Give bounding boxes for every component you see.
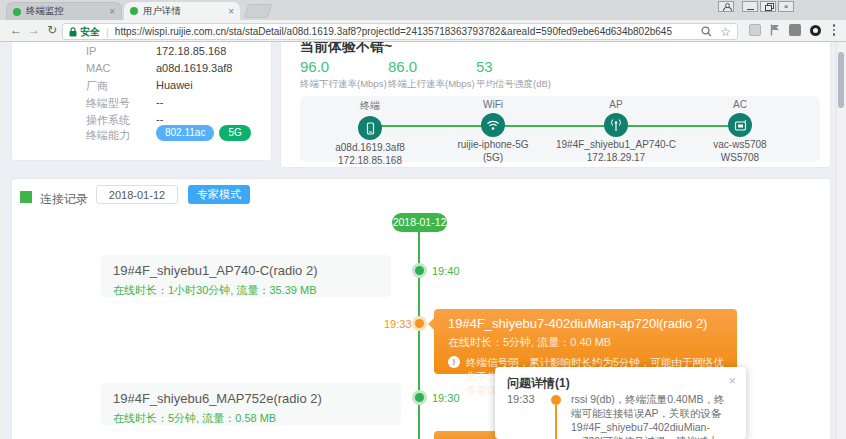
browser-toolbar: ← → ↻ 安全 | https://wispi.ruijie.com.cn/s… (0, 20, 846, 42)
node-type-label: AC (680, 99, 800, 110)
node-type-label: AP (556, 99, 676, 110)
tab-close-icon[interactable]: × (109, 6, 115, 17)
node-sub: WS5708 (680, 152, 800, 163)
metric-label: 终端下行速率(Mbps) (300, 78, 387, 91)
timeline-date-badge: 2018-01-12 (392, 213, 447, 232)
records-title: 连接记录 (40, 191, 88, 208)
expert-mode-button[interactable]: 专家模式 (188, 185, 250, 204)
metric-value: 96.0 (300, 58, 387, 75)
popup-event-time: 19:33 (507, 393, 545, 439)
timeline-problem-card[interactable]: 19#4F_shiyebu7-402diuMian-ap720l(radio 2… (434, 309, 737, 374)
metric-uplink: 86.0 终端上行速率(Mbps) (388, 58, 475, 91)
profile-button[interactable] (718, 1, 734, 12)
tab-title: 用户详情 (143, 5, 224, 18)
tab-close-icon[interactable]: × (228, 6, 234, 17)
event-time: 19:40 (432, 265, 460, 277)
topology-node-ap: AP 19#4F_shiyebu1_AP740-C 172.18.29.17 (556, 96, 676, 163)
device-row: 操作系统-- (86, 113, 130, 128)
topology-node-terminal: 终端 a08d.1619.3af8 172.18.85.168 (310, 96, 430, 166)
extension-ring-icon[interactable] (810, 25, 821, 36)
node-sub: 172.18.29.17 (556, 152, 676, 163)
extension-icon[interactable] (789, 24, 801, 36)
device-label: 终端能力 (86, 129, 130, 141)
minimize-button[interactable] (742, 1, 758, 12)
secure-indicator[interactable]: 安全 (69, 25, 100, 39)
node-name: vac-ws5708 (680, 139, 800, 150)
timeline-event-card[interactable]: 19#4F_shiyebu1_AP740-C(radio 2) 在线时长：1小时… (101, 255, 391, 297)
extension-icon[interactable] (749, 24, 761, 36)
lock-icon (69, 27, 77, 37)
event-time: 19:33 (384, 318, 412, 330)
node-sub: 172.18.85.168 (310, 155, 430, 166)
device-row: 厂商Huawei (86, 79, 108, 94)
metric-value: 53 (476, 58, 551, 75)
problem-details-popup: 问题详情(1) × 19:33 rssi 9(db)，终端流量0.40MB，终端… (495, 367, 746, 439)
url-text: https://wispi.ruijie.com.cn/sta/staDetai… (115, 26, 701, 37)
node-type-label: 终端 (310, 99, 430, 113)
event-ap-name: 19#4F_shiyebu7-402diuMian-ap720l(radio 2… (448, 316, 725, 331)
controller-icon (728, 113, 752, 137)
tab-terminal-monitor[interactable]: 终端监控 × (6, 2, 122, 20)
metric-label: 平均信号强度(dB) (476, 78, 551, 91)
node-sub: (5G) (433, 152, 553, 163)
metric-label: 终端上行速率(Mbps) (388, 78, 475, 91)
device-label: MAC (86, 62, 110, 74)
node-name: ruijie-iphone-5G (433, 139, 553, 150)
timeline-dot (412, 263, 427, 278)
secure-label: 安全 (80, 25, 100, 39)
event-ap-name: 19#4F_shiyebu6_MAP752e(radio 2) (113, 391, 389, 406)
wifi-icon (481, 113, 505, 137)
event-ap-name: 19#4F_shiyebu1_AP740-C(radio 2) (113, 263, 379, 278)
device-value: a08d.1619.3af8 (156, 62, 232, 74)
device-value: -- (156, 96, 163, 108)
tab-user-detail[interactable]: 用户详情 × (124, 2, 240, 20)
topology-strip: 终端 a08d.1619.3af8 172.18.85.168 WiFi rui… (300, 96, 820, 162)
new-tab-button[interactable] (244, 4, 273, 18)
browser-menu-icon[interactable] (830, 24, 839, 36)
device-capability-row: 终端能力 802.11ac5G (86, 128, 130, 143)
metric-rssi: 53 平均信号强度(dB) (476, 58, 551, 91)
close-window-button[interactable]: × (778, 1, 794, 12)
date-input[interactable] (96, 185, 178, 204)
forward-button[interactable]: → (26, 23, 42, 37)
timeline-event-card[interactable]: 19#4F_shiyebu6_MAP752e(radio 2) 在线时长：5分钟… (101, 383, 401, 425)
tab-strip: 终端监控 × 用户详情 × × (0, 0, 846, 20)
reload-button[interactable]: ↻ (44, 23, 60, 37)
tab-title: 终端监控 (26, 5, 105, 18)
device-row: 终端型号-- (86, 96, 130, 111)
zoom-icon[interactable] (701, 26, 712, 37)
close-icon[interactable]: × (728, 373, 736, 388)
device-info-card: IP172.18.85.168 MACa08d.1619.3af8 厂商Huaw… (11, 36, 272, 161)
browser-chrome: 终端监控 × 用户详情 × × ← → ↻ 安全 (0, 0, 846, 42)
device-label: 厂商 (86, 80, 108, 92)
url-separator: | (106, 26, 109, 38)
capability-badge-5g: 5G (219, 125, 250, 141)
node-name: 19#4F_shiyebu1_AP740-C (556, 139, 676, 150)
topology-node-wifi: WiFi ruijie-iphone-5G (5G) (433, 96, 553, 163)
popup-timeline-marker (545, 393, 571, 439)
tab-favicon (130, 7, 138, 15)
metric-downlink: 96.0 终端下行速率(Mbps) (300, 58, 387, 91)
scrollbar-thumb[interactable] (838, 52, 844, 108)
event-time: 19:30 (432, 392, 460, 404)
bookmark-star-icon[interactable]: ☆ (720, 26, 731, 38)
back-button[interactable]: ← (8, 23, 24, 37)
device-value: 172.18.85.168 (156, 45, 226, 57)
restore-button[interactable] (760, 1, 776, 12)
capability-badge-80211ac: 802.11ac (156, 125, 214, 141)
device-value: Huawei (156, 79, 193, 91)
timeline-dot (412, 390, 427, 405)
event-detail: 在线时长：5分钟, 流量：0.40 MB (448, 335, 725, 350)
popup-title: 问题详情(1) (507, 375, 734, 392)
node-type-label: WiFi (433, 99, 553, 110)
flag-extension-icon[interactable] (770, 24, 780, 36)
device-label: 终端型号 (86, 97, 130, 109)
node-name: a08d.1619.3af8 (310, 142, 430, 153)
browser-window: IP172.18.85.168 MACa08d.1619.3af8 厂商Huaw… (0, 0, 846, 439)
device-row: MACa08d.1619.3af8 (86, 62, 110, 74)
address-bar[interactable]: 安全 | https://wispi.ruijie.com.cn/sta/sta… (62, 23, 738, 40)
popup-problem-text: rssi 9(db)，终端流量0.40MB，终端可能连接错误AP，关联的设备19… (571, 393, 726, 439)
metric-value: 86.0 (388, 58, 475, 75)
timeline-line (418, 230, 420, 439)
topology-node-ac: AC vac-ws5708 WS5708 (680, 96, 800, 163)
